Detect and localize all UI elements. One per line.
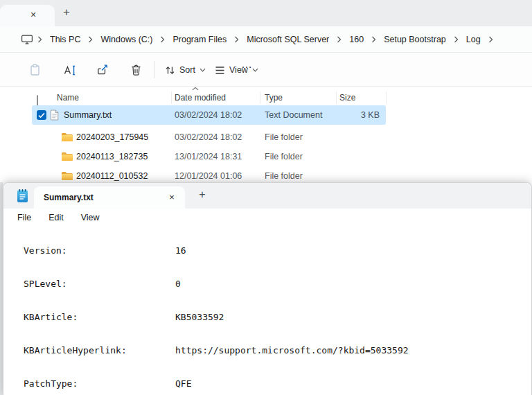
column-header-name[interactable]: Name (57, 90, 79, 105)
file-row-summary-txt[interactable]: Summary.txt 03/02/2024 18:02 Text Docume… (0, 105, 532, 125)
notepad-active-tab[interactable]: Summary.txt × (34, 186, 185, 209)
breadcrumb-item-sql-server[interactable]: Microsoft SQL Server (243, 33, 332, 46)
text-file-icon (50, 109, 59, 121)
folder-type: File folder (265, 147, 303, 166)
file-list: Name Date modified Type Size (0, 90, 532, 186)
folder-icon (61, 132, 73, 142)
chevron-right-icon[interactable] (337, 36, 342, 43)
this-pc-icon (21, 34, 33, 45)
file-size: 3 KB (336, 105, 380, 125)
chevron-right-icon[interactable] (234, 36, 239, 43)
menu-view[interactable]: View (80, 211, 101, 224)
chevron-right-icon[interactable] (371, 36, 376, 43)
share-icon (96, 64, 109, 76)
file-name: Summary.txt (64, 105, 112, 125)
text-line: KBArticle:KB5033592 (15, 312, 531, 323)
chevron-right-icon[interactable] (454, 36, 459, 43)
chevron-right-icon (37, 36, 42, 43)
view-icon (215, 66, 225, 75)
explorer-active-tab[interactable]: × (0, 5, 55, 26)
rename-button[interactable] (60, 61, 78, 79)
view-dropdown[interactable]: View (212, 61, 261, 79)
check-icon (38, 112, 45, 119)
folder-row[interactable]: 20240203_175945 03/02/2024 18:02 File fo… (0, 128, 532, 147)
file-list-header: Name Date modified Type Size (0, 90, 532, 105)
text-line: KBArticleHyperlink:https://support.micro… (15, 345, 531, 356)
breadcrumb-item-program-files[interactable]: Program Files (169, 33, 230, 46)
notepad-menu-bar: File Edit View (3, 209, 531, 227)
sort-dropdown[interactable]: Sort (162, 61, 209, 79)
breadcrumb-item-log[interactable]: Log (463, 33, 484, 46)
column-header-type[interactable]: Type (265, 90, 283, 105)
folder-type: File folder (265, 128, 303, 147)
folder-date: 03/02/2024 18:02 (175, 128, 242, 147)
folder-icon (61, 171, 73, 181)
tab-close-icon[interactable]: × (27, 9, 39, 21)
folder-row[interactable]: 20240113_182735 13/01/2024 18:31 File fo… (0, 147, 532, 166)
explorer-command-bar: Sort View … (0, 53, 532, 87)
notepad-tab-close-icon[interactable]: × (166, 191, 178, 204)
chevron-right-icon[interactable] (160, 36, 165, 43)
file-type: Text Document (265, 105, 322, 125)
breadcrumb-item-160[interactable]: 160 (346, 33, 367, 46)
breadcrumb-item-this-pc[interactable]: This PC (46, 33, 84, 46)
rename-icon (63, 64, 76, 76)
text-line: SPLevel:0 (15, 279, 531, 290)
chevron-down-icon (200, 68, 206, 72)
menu-edit[interactable]: Edit (47, 211, 65, 224)
folder-name: 20240113_182735 (76, 147, 148, 166)
notepad-tab-title: Summary.txt (44, 193, 94, 202)
new-tab-button[interactable]: + (58, 5, 75, 21)
share-button[interactable] (94, 61, 112, 79)
sort-icon (165, 65, 175, 76)
text-line: Version:16 (15, 245, 531, 256)
notepad-new-tab-button[interactable]: + (195, 188, 210, 203)
column-header-date[interactable]: Date modified (175, 90, 226, 105)
breadcrumb-item-setup-bootstrap[interactable]: Setup Bootstrap (380, 33, 450, 46)
chevron-down-icon (252, 68, 258, 72)
chevron-right-icon[interactable] (88, 36, 93, 43)
explorer-tab-strip: × + (0, 0, 532, 26)
paste-icon (29, 64, 41, 76)
folder-date: 13/01/2024 18:31 (175, 147, 242, 166)
folder-name: 20240203_175945 (76, 128, 148, 147)
notepad-tab-strip: Summary.txt × + (3, 183, 531, 209)
column-header-size[interactable]: Size (339, 90, 355, 105)
notepad-app-icon (15, 188, 30, 204)
delete-button[interactable] (127, 61, 145, 79)
breadcrumb: This PC Windows (C:) Program Files Micro… (0, 26, 532, 53)
more-options-button[interactable]: … (241, 58, 253, 71)
sort-label: Sort (179, 65, 195, 75)
file-explorer-window: × + This PC Windows (C:) Program Files M… (0, 0, 532, 186)
chevron-right-icon[interactable] (488, 36, 493, 43)
folder-icon (61, 152, 73, 161)
text-line: PatchType:QFE (15, 378, 531, 389)
file-date: 03/02/2024 18:02 (175, 105, 242, 125)
row-checkbox-checked[interactable] (37, 110, 46, 120)
menu-file[interactable]: File (16, 211, 33, 224)
trash-icon (130, 64, 142, 76)
desktop-screen: × + This PC Windows (C:) Program Files M… (0, 0, 532, 395)
paste-button[interactable] (26, 61, 44, 79)
breadcrumb-item-windows-c[interactable]: Windows (C:) (97, 33, 156, 46)
toolbar-divider (154, 61, 154, 78)
notepad-window: Summary.txt × + File Edit View Version:1… (3, 182, 532, 395)
notepad-text-area[interactable]: Version:16 SPLevel:0 KBArticle:KB5033592… (3, 227, 531, 395)
